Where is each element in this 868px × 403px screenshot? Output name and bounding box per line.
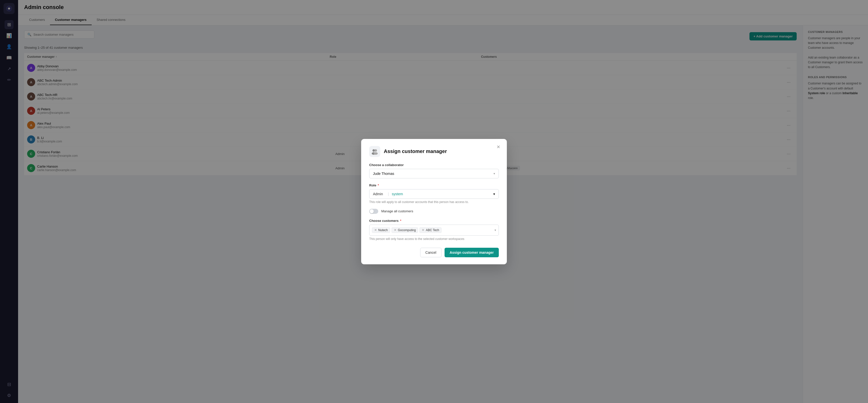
manage-all-customers-toggle[interactable] [369,209,378,214]
chevron-down-icon: ▾ [493,192,495,196]
role-hint: This role will apply to all customer acc… [369,200,499,204]
modal-close-button[interactable]: ✕ [495,144,502,151]
required-indicator: * [399,219,401,223]
collaborator-value: Jude Thomas [373,172,394,176]
required-indicator: * [377,183,379,187]
tag-gocomputing: ✕ Gocomputing [392,227,418,233]
customers-label: Choose customers * [369,219,499,223]
tag-label: Nutech [378,228,388,232]
collaborator-select[interactable]: Jude Thomas ▾ [369,169,499,178]
collaborator-label: Choose a collaborator [369,163,499,167]
svg-point-5 [374,152,378,155]
customers-tags-input[interactable]: ✕ Nutech ✕ Gocomputing ✕ ABC Tech ▾ [369,225,499,236]
remove-abc-tech-button[interactable]: ✕ [422,228,425,231]
chevron-down-icon: ▾ [495,228,496,232]
modal-icon [369,146,380,157]
customers-hint: This person will only have access to the… [369,237,499,241]
assign-modal: Assign customer manager ✕ Choose a colla… [361,139,507,264]
tag-label: ABC Tech [426,228,439,232]
modal-title: Assign customer manager [384,149,447,154]
toggle-knob [370,209,374,213]
tag-abc-tech: ✕ ABC Tech [420,227,441,233]
svg-point-3 [374,149,377,152]
customers-group: Choose customers * ✕ Nutech ✕ Gocomputin… [369,219,499,241]
assign-button[interactable]: Assign customer manager [444,248,499,257]
toggle-label: Manage all customers [381,209,413,213]
remove-gocomputing-button[interactable]: ✕ [394,228,397,231]
role-select[interactable]: Admin | system ▾ [369,189,499,199]
collaborator-group: Choose a collaborator Jude Thomas ▾ [369,163,499,178]
modal-overlay: Assign customer manager ✕ Choose a colla… [0,0,868,403]
role-group: Role * Admin | system ▾ This role will a… [369,183,499,204]
remove-nutech-button[interactable]: ✕ [374,228,377,231]
modal-header: Assign customer manager [369,146,499,157]
role-admin-value: Admin | system [373,192,403,196]
modal-footer: Cancel Assign customer manager [369,248,499,257]
tag-nutech: ✕ Nutech [372,227,390,233]
tag-label: Gocomputing [398,228,416,232]
role-label: Role * [369,183,499,187]
chevron-down-icon: ▾ [494,172,495,175]
manage-all-customers-row: Manage all customers [369,209,499,214]
cancel-button[interactable]: Cancel [420,248,442,257]
